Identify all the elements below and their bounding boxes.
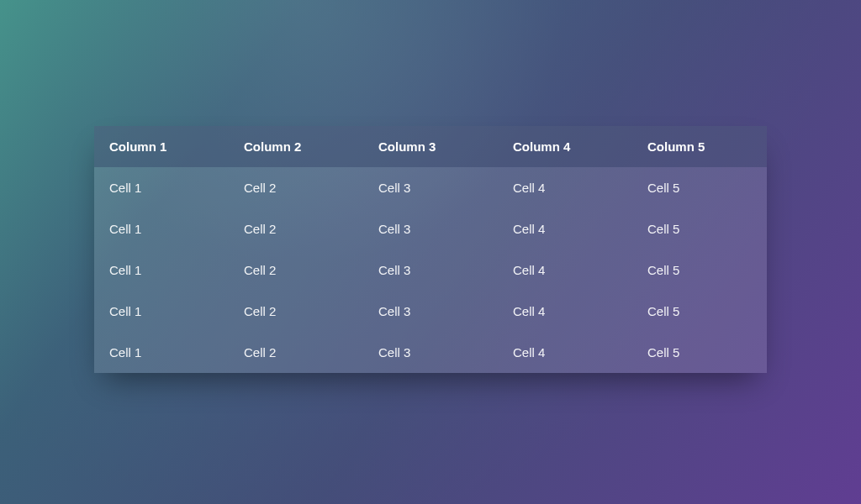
table-cell: Cell 5 — [632, 208, 767, 249]
table-cell: Cell 1 — [94, 208, 229, 249]
table-cell: Cell 5 — [632, 291, 767, 332]
table-cell: Cell 4 — [498, 249, 632, 291]
table-row: Cell 1 Cell 2 Cell 3 Cell 4 Cell 5 — [94, 167, 767, 208]
column-header: Column 4 — [498, 126, 632, 167]
table-cell: Cell 4 — [498, 208, 632, 249]
table-cell: Cell 3 — [363, 332, 498, 373]
table-cell: Cell 4 — [498, 332, 632, 373]
table-cell: Cell 2 — [229, 291, 363, 332]
table-cell: Cell 3 — [363, 291, 498, 332]
table-cell: Cell 2 — [229, 167, 363, 208]
table-cell: Cell 4 — [498, 167, 632, 208]
table-cell: Cell 1 — [94, 291, 229, 332]
column-header: Column 3 — [363, 126, 498, 167]
table-cell: Cell 3 — [363, 208, 498, 249]
column-header: Column 5 — [632, 126, 767, 167]
table-cell: Cell 2 — [229, 249, 363, 291]
table-cell: Cell 5 — [632, 332, 767, 373]
table-cell: Cell 3 — [363, 167, 498, 208]
table-row: Cell 1 Cell 2 Cell 3 Cell 4 Cell 5 — [94, 249, 767, 291]
table-cell: Cell 3 — [363, 249, 498, 291]
column-header: Column 2 — [229, 126, 363, 167]
table-cell: Cell 2 — [229, 332, 363, 373]
table-row: Cell 1 Cell 2 Cell 3 Cell 4 Cell 5 — [94, 208, 767, 249]
table-cell: Cell 5 — [632, 167, 767, 208]
table-cell: Cell 1 — [94, 249, 229, 291]
data-table: Column 1 Column 2 Column 3 Column 4 Colu… — [94, 126, 767, 373]
table-cell: Cell 4 — [498, 291, 632, 332]
table-cell: Cell 2 — [229, 208, 363, 249]
table-cell: Cell 5 — [632, 249, 767, 291]
table-header-row: Column 1 Column 2 Column 3 Column 4 Colu… — [94, 126, 767, 167]
column-header: Column 1 — [94, 126, 229, 167]
table-cell: Cell 1 — [94, 332, 229, 373]
table-row: Cell 1 Cell 2 Cell 3 Cell 4 Cell 5 — [94, 291, 767, 332]
table-cell: Cell 1 — [94, 167, 229, 208]
table-row: Cell 1 Cell 2 Cell 3 Cell 4 Cell 5 — [94, 332, 767, 373]
